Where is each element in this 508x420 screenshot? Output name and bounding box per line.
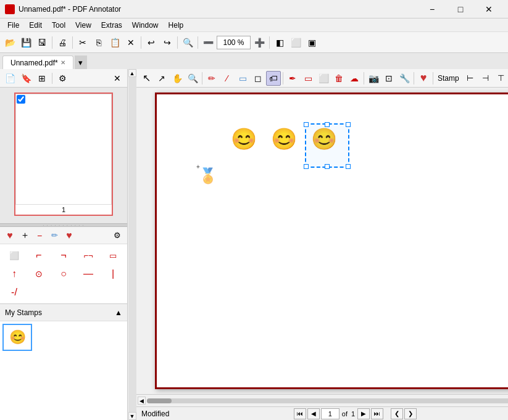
nav-last[interactable]: ⏭ <box>371 408 383 419</box>
open-button[interactable]: 📂 <box>2 35 17 50</box>
delete-button[interactable]: ✕ <box>123 35 138 50</box>
draw-tool[interactable]: ✒ <box>285 71 300 86</box>
stamp-icon-vline[interactable]: | <box>101 265 125 282</box>
settings-button[interactable]: ⚙ <box>55 71 70 86</box>
nav-next[interactable]: ▶ <box>357 408 370 419</box>
stamp-icon-bracket-l[interactable]: ⌐ <box>27 247 51 264</box>
scroll-left[interactable]: ◀ <box>138 397 146 405</box>
scroll-hthumb[interactable] <box>147 398 172 403</box>
page-number-input[interactable] <box>321 408 339 419</box>
pen-tool[interactable]: ✏ <box>204 71 219 86</box>
hand-tool[interactable]: ✋ <box>170 71 185 86</box>
stamp-tool[interactable]: 🏷 <box>266 71 281 86</box>
paste-button[interactable]: 📋 <box>107 35 122 50</box>
zoom-out-button[interactable]: ➖ <box>201 35 215 50</box>
print-button[interactable]: 🖨 <box>55 35 70 50</box>
align-c[interactable]: ⊣ <box>478 71 493 86</box>
handle-tr[interactable] <box>346 122 351 127</box>
new-annotation-button[interactable]: 📄 <box>2 71 17 86</box>
full-screen-button[interactable]: ▣ <box>304 35 319 50</box>
menu-view[interactable]: View <box>70 20 96 31</box>
fit-page-button[interactable]: ⬜ <box>288 35 303 50</box>
zoom-in-button[interactable]: ➕ <box>252 35 267 50</box>
menu-tool[interactable]: Tool <box>47 20 70 31</box>
selection-box[interactable] <box>305 123 349 168</box>
go-next-button[interactable]: ❯ <box>404 408 417 419</box>
scroll-up-arrow[interactable]: ▲ <box>128 69 136 77</box>
handle-bm[interactable] <box>325 164 330 169</box>
search-button[interactable]: 🔍 <box>180 35 195 50</box>
heart-tool[interactable]: ♥ <box>416 71 431 86</box>
ann-settings-button[interactable]: ⚙ <box>111 229 123 242</box>
my-stamps-header[interactable]: My Stamps ▲ <box>0 304 127 321</box>
shape2-tool[interactable]: ⬜ <box>316 71 331 86</box>
scroll-down-arrow[interactable]: ▼ <box>128 412 136 420</box>
copy-button[interactable]: ⎘ <box>91 35 106 50</box>
more-tool[interactable]: 🔧 <box>397 71 412 86</box>
fav-button[interactable]: ♥ <box>63 229 75 242</box>
pointer-tool[interactable]: ↗ <box>154 71 169 86</box>
align-r[interactable]: ⊤ <box>494 71 508 86</box>
shape-tool[interactable]: ▭ <box>301 71 315 86</box>
eraser-tool[interactable]: ◻ <box>251 71 265 86</box>
zoom-tool[interactable]: 🔍 <box>185 71 200 86</box>
tab-dropdown-button[interactable]: ▾ <box>75 56 87 69</box>
remove-button[interactable]: − <box>33 229 46 242</box>
add-button[interactable]: ＋ <box>19 229 31 242</box>
stamp-icon-circle[interactable]: ○ <box>52 265 75 282</box>
stamp-icon-bracket-r[interactable]: ¬ <box>52 247 75 264</box>
edit-button[interactable]: ✏ <box>48 229 60 242</box>
heart-button[interactable]: ♥ <box>4 229 16 242</box>
my-stamp-smiley[interactable]: 😊 <box>2 324 32 351</box>
smiley-1[interactable]: 😊 <box>231 128 257 149</box>
page-thumbnail[interactable]: 1 <box>14 93 113 216</box>
handle-br[interactable] <box>346 164 351 169</box>
maximize-button[interactable]: □ <box>446 0 475 19</box>
smiley-2[interactable]: 😊 <box>271 128 297 149</box>
crop-tool[interactable]: ⊡ <box>381 71 396 86</box>
photo-tool[interactable]: 📷 <box>366 71 381 86</box>
stamp-cursor[interactable]: + 🏅 <box>199 167 217 184</box>
scroll-htrack[interactable] <box>147 398 508 403</box>
scroll-track[interactable] <box>128 77 136 412</box>
close-panel-button[interactable]: ✕ <box>110 71 125 86</box>
stamp-icon-dash[interactable]: — <box>77 265 100 282</box>
fit-width-button[interactable]: ◧ <box>272 35 287 50</box>
menu-window[interactable]: Window <box>127 20 164 31</box>
cut-button[interactable]: ✂ <box>75 35 90 50</box>
stamp-icon-arrow-up[interactable]: ↑ <box>2 265 26 282</box>
stamp-icon-oval[interactable]: ⊙ <box>27 265 51 282</box>
handle-tm[interactable] <box>325 122 330 127</box>
thumbnail-checkbox[interactable] <box>17 95 25 104</box>
menu-help[interactable]: Help <box>164 20 189 31</box>
nav-prev[interactable]: ◀ <box>307 408 320 419</box>
menu-file[interactable]: File <box>2 20 24 31</box>
handle-tl[interactable] <box>304 122 309 127</box>
layers-button[interactable]: ⊞ <box>35 71 49 86</box>
select-tool[interactable]: ↖ <box>139 71 154 86</box>
redo-button[interactable]: ↪ <box>160 35 175 50</box>
save-as-button[interactable]: 🖫 <box>35 35 49 50</box>
line-tool[interactable]: ⁄ <box>220 71 235 86</box>
align-l[interactable]: ⊢ <box>463 71 478 86</box>
nav-first[interactable]: ⏮ <box>294 408 306 419</box>
stamp-icon-bracket-both[interactable]: ⌐¬ <box>77 247 100 264</box>
stamp-icon-slash[interactable]: -/ <box>2 284 26 301</box>
minimize-button[interactable]: − <box>418 0 446 19</box>
highlighter-tool[interactable]: ▭ <box>235 71 250 86</box>
save-button[interactable]: 💾 <box>19 35 33 50</box>
tab-close-button[interactable]: ✕ <box>60 59 65 66</box>
close-button[interactable]: ✕ <box>475 0 503 19</box>
stamp-icon-rect[interactable]: ▭ <box>101 247 125 264</box>
menu-extras[interactable]: Extras <box>96 20 127 31</box>
zoom-input[interactable] <box>217 36 251 49</box>
go-prev-button[interactable]: ❮ <box>391 408 403 419</box>
menu-edit[interactable]: Edit <box>24 20 47 31</box>
text-tool[interactable]: 🗑 <box>331 71 346 86</box>
tab-unnamed-pdf[interactable]: Unnamed.pdf* ✕ <box>2 56 73 69</box>
cloud-tool[interactable]: ☁ <box>347 71 362 86</box>
undo-button[interactable]: ↩ <box>144 35 159 50</box>
bookmark-button[interactable]: 🔖 <box>19 71 33 86</box>
stamp-icon-rect-open[interactable]: ⬜ <box>2 247 26 264</box>
handle-bl[interactable] <box>304 164 309 169</box>
